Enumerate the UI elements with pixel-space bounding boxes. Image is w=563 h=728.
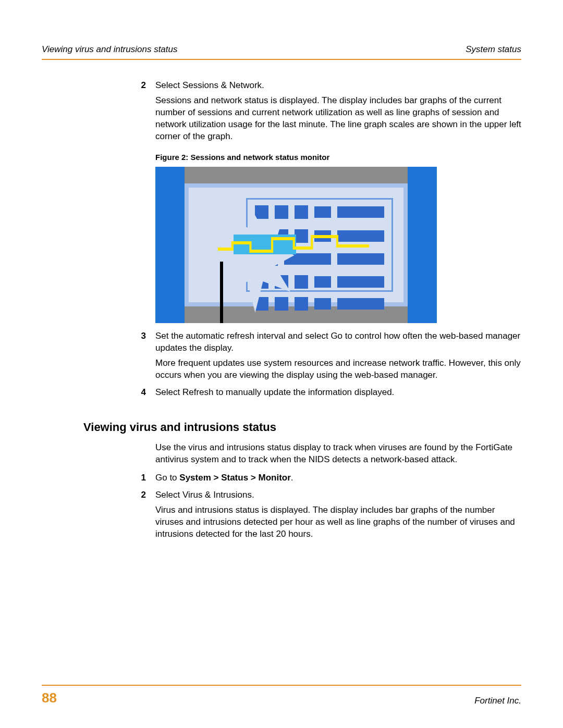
step-body: Select Virus & Intrusions. Virus and int… xyxy=(155,489,521,544)
section-heading: Viewing virus and intrusions status xyxy=(83,419,521,435)
footer-brand: Fortinet Inc. xyxy=(474,695,521,707)
page-footer: 88 Fortinet Inc. xyxy=(42,685,521,707)
step-lead: Select Sessions & Network. xyxy=(155,80,521,92)
step-lead: Select Refresh to manually update the in… xyxy=(155,387,521,399)
step-number: 2 xyxy=(125,489,155,501)
nav-path: System > Status > Monitor xyxy=(179,473,291,483)
step-number: 3 xyxy=(125,330,155,342)
figure-caption: Figure 2: Sessions and network status mo… xyxy=(155,152,521,163)
figure-sessions-network-monitor xyxy=(155,167,437,323)
step-body: Set the automatic refresh interval and s… xyxy=(155,330,521,385)
step-3: 3 Set the automatic refresh interval and… xyxy=(125,330,521,385)
steps-before-figure: 2 Select Sessions & Network. Sessions an… xyxy=(125,80,521,402)
step-detail: More frequent updates use system resourc… xyxy=(155,357,521,381)
step-2: 2 Select Sessions & Network. Sessions an… xyxy=(125,80,521,323)
step-body: Go to System > Status > Monitor. xyxy=(155,472,521,487)
step-number: 1 xyxy=(125,472,155,484)
section-intro: Use the virus and intrusions status disp… xyxy=(155,442,521,466)
step-lead: Go to System > Status > Monitor. xyxy=(155,472,521,484)
text: . xyxy=(291,473,293,483)
step-number: 2 xyxy=(125,80,155,92)
section-body: Use the virus and intrusions status disp… xyxy=(125,442,521,544)
step-2-bottom: 2 Select Virus & Intrusions. Virus and i… xyxy=(125,489,521,544)
step-detail: Sessions and network status is displayed… xyxy=(155,95,521,143)
step-1-bottom: 1 Go to System > Status > Monitor. xyxy=(125,472,521,487)
step-body: Select Refresh to manually update the in… xyxy=(155,387,521,402)
text: Go to xyxy=(155,473,179,483)
step-detail: Virus and intrusions status is displayed… xyxy=(155,504,521,540)
step-lead: Set the automatic refresh interval and s… xyxy=(155,330,521,354)
step-lead: Select Virus & Intrusions. xyxy=(155,489,521,501)
step-body: Select Sessions & Network. Sessions and … xyxy=(155,80,521,323)
step-4: 4 Select Refresh to manually update the … xyxy=(125,387,521,402)
header-right: System status xyxy=(466,44,521,56)
page-number: 88 xyxy=(42,689,57,707)
running-header: Viewing virus and intrusions status Syst… xyxy=(42,44,521,60)
step-number: 4 xyxy=(125,387,155,399)
header-left: Viewing virus and intrusions status xyxy=(42,44,178,56)
